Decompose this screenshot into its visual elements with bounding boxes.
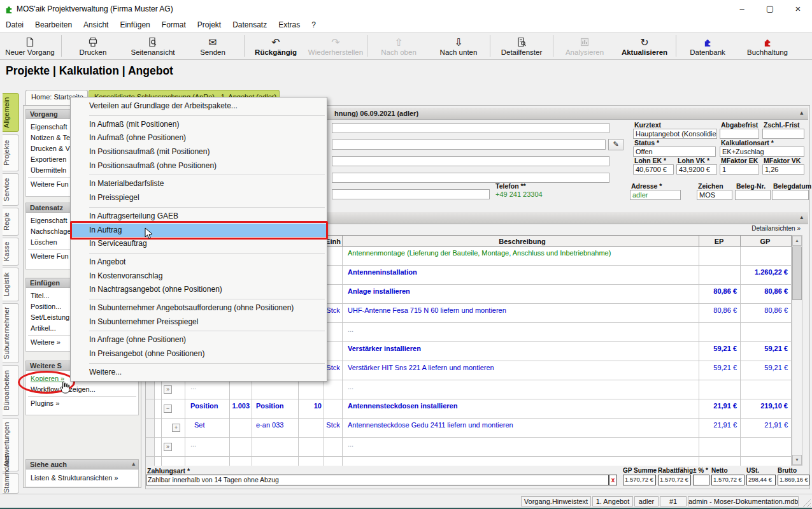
menu-item-positionsaufmass-ohne[interactable]: In Positionsaufmaß (ohne Positionen) bbox=[71, 159, 327, 173]
close-button[interactable]: × bbox=[784, 0, 812, 18]
menu-item-verteilen[interactable]: Verteilen auf Grundlage der Arbeitspaket… bbox=[71, 99, 327, 113]
clear-zahlungsart-button[interactable]: x bbox=[609, 475, 617, 485]
menu-einfuegen[interactable]: Einfügen bbox=[114, 20, 155, 29]
table-row[interactable]: − Position1.003 Position10 Antennensteck… bbox=[146, 399, 792, 419]
menu-bearbeiten[interactable]: Bearbeiten bbox=[29, 20, 78, 29]
col-header-beschreibung[interactable]: Beschreibung bbox=[343, 235, 699, 247]
tree-jump-icon[interactable]: » bbox=[164, 385, 172, 394]
menu-item-kostenvoranschlag[interactable]: In Kostenvoranschlag bbox=[71, 269, 327, 283]
refresh-button[interactable]: ↻ Aktualisieren bbox=[615, 33, 674, 59]
lohn-vk-field[interactable]: 43,9200 € bbox=[676, 164, 717, 175]
menu-item-anfrage[interactable]: In Anfrage (ohne Positionen) bbox=[71, 333, 327, 347]
tree-jump-icon[interactable]: » bbox=[164, 443, 172, 451]
menu-item-nachtragsangebot[interactable]: In Nachtragsangebot (ohne Positionen) bbox=[71, 283, 327, 297]
menu-ansicht[interactable]: Ansicht bbox=[78, 20, 114, 29]
abgabefrist-field[interactable] bbox=[720, 129, 759, 139]
table-row[interactable]: + Set e-an 033 Stck Antennensteckdose Ge… bbox=[146, 419, 792, 438]
input-row-4[interactable] bbox=[332, 173, 609, 183]
new-vorgang-button[interactable]: Neuer Vorgang bbox=[0, 33, 60, 59]
section-header-siehe-auch[interactable]: ▴ Siehe auch bbox=[25, 459, 139, 470]
database-button[interactable]: Datenbank bbox=[678, 33, 737, 59]
menu-item-sub-angebotsaufforderung[interactable]: In Subunternehmer Angebotsaufforderung (… bbox=[71, 301, 327, 315]
menu-datei[interactable]: Datei bbox=[0, 20, 29, 29]
input-row-5[interactable] bbox=[332, 189, 490, 199]
menu-datensatz[interactable]: Datensatz bbox=[227, 20, 273, 29]
menu-extras[interactable]: Extras bbox=[273, 20, 306, 29]
resize-grip[interactable] bbox=[802, 498, 811, 507]
page-preview-icon bbox=[148, 36, 158, 48]
menu-item-aufmass-mit[interactable]: In Aufmaß (mit Positionen) bbox=[71, 118, 327, 132]
belegdatum-field[interactable] bbox=[772, 190, 809, 200]
collapse-icon[interactable]: ▴ bbox=[132, 461, 135, 467]
kalkulationsart-field[interactable]: EK+Zuschlag bbox=[720, 147, 804, 157]
input-row-3[interactable] bbox=[332, 156, 609, 166]
menu-format[interactable]: Format bbox=[156, 20, 192, 29]
send-button[interactable]: ✉ Senden bbox=[183, 33, 243, 59]
input-row-2[interactable] bbox=[332, 140, 606, 150]
maximize-button[interactable]: ▢ bbox=[756, 0, 784, 18]
print-button[interactable]: Drucken bbox=[63, 33, 123, 59]
menu-item-in-auftrag[interactable]: In Auftrag bbox=[71, 224, 327, 238]
detailansichten-link[interactable]: Detailansichten » bbox=[751, 225, 801, 232]
accounting-button[interactable]: Buchhaltung bbox=[737, 33, 797, 59]
tree-collapse-icon[interactable]: − bbox=[164, 405, 172, 413]
undo-button[interactable]: ↶ Rückgängig bbox=[246, 33, 306, 59]
menu-projekt[interactable]: Projekt bbox=[192, 20, 227, 29]
vtab-allgemein[interactable]: Allgemein bbox=[3, 93, 19, 132]
tree-expand-icon[interactable]: + bbox=[172, 424, 180, 432]
col-header-ep[interactable]: EP bbox=[699, 235, 741, 247]
menu-item-weitere[interactable]: Weitere... bbox=[71, 366, 327, 380]
vtab-bueroarbeiten[interactable]: Büroarbeiten bbox=[3, 365, 19, 416]
vtab-subunternehmer[interactable]: Subunternehmer bbox=[3, 303, 19, 363]
menu-item-auftragserteilung-gaeb[interactable]: In Auftragserteilung GAEB bbox=[71, 210, 327, 224]
menu-item-angebot[interactable]: In Angebot bbox=[71, 255, 327, 269]
collapse-arrow-icon[interactable]: ▴ bbox=[800, 214, 803, 220]
vtab-stammdaten[interactable]: Stammdaten bbox=[3, 473, 19, 494]
menu-item-preisspiegel[interactable]: In Preisspiegel bbox=[71, 191, 327, 205]
menu-item-aufmass-ohne[interactable]: In Aufmaß (ohne Positionen) bbox=[71, 131, 327, 145]
detail-window-button[interactable]: Detailfenster bbox=[492, 33, 552, 59]
move-up-button[interactable]: ⇧ Nach oben bbox=[369, 33, 429, 59]
menu-hilfe[interactable]: ? bbox=[306, 20, 322, 29]
sidebar-item-listen-strukturansichten[interactable]: Listen & Strukturansichten » bbox=[26, 473, 138, 484]
input-row-1[interactable] bbox=[332, 123, 609, 133]
status-field[interactable]: Offen bbox=[633, 147, 716, 157]
plusminus-prozent-field[interactable] bbox=[693, 475, 709, 485]
redo-button[interactable]: ↷ Wiederherstellen bbox=[306, 33, 366, 59]
menu-item-positionsaufmass-mit[interactable]: In Positionsaufmaß (mit Positionen) bbox=[71, 145, 327, 159]
vtab-service[interactable]: Service bbox=[3, 173, 19, 206]
mfaktor-ek-field[interactable]: 1 bbox=[720, 164, 759, 175]
table-row[interactable]: » ... ... bbox=[146, 438, 792, 457]
title-bar: MOS'aik Projektverwaltung (Firma Muster … bbox=[0, 0, 812, 18]
move-down-button[interactable]: ⇩ Nach unten bbox=[429, 33, 488, 59]
scroll-up-icon[interactable]: ▲ bbox=[792, 236, 802, 246]
table-row[interactable]: » ... ... bbox=[146, 380, 792, 399]
menu-item-sub-preisspiegel[interactable]: In Subunternehmer Preisspiegel bbox=[71, 315, 327, 329]
scroll-down-icon[interactable]: ▼ bbox=[792, 455, 802, 465]
beleg-nr-field[interactable] bbox=[735, 190, 771, 200]
vtab-regie[interactable]: Regie bbox=[3, 208, 19, 236]
menu-item-materialbedarfsliste[interactable]: In Materialbedarfsliste bbox=[71, 177, 327, 191]
zahlungsart-field[interactable]: Zahlbar innerhalb von 14 Tagen ohne Abzu… bbox=[146, 475, 609, 485]
adresse-field[interactable]: adler bbox=[630, 190, 681, 200]
zeichen-field[interactable]: MOS bbox=[697, 190, 732, 200]
table-scrollbar[interactable]: ▲ ▼ bbox=[792, 235, 802, 466]
col-header-gp[interactable]: GP bbox=[741, 235, 792, 247]
page-preview-button[interactable]: Seitenansicht bbox=[123, 33, 183, 59]
kurztext-field[interactable]: Hauptangebot (Konsolidier bbox=[633, 129, 717, 139]
sidebar-item-plugins[interactable]: Plugins » bbox=[26, 398, 138, 409]
menu-item-serviceauftrag[interactable]: In Serviceauftrag bbox=[71, 237, 327, 251]
menu-item-preisangebot[interactable]: In Preisangebot (ohne Positionen) bbox=[71, 347, 327, 361]
scrollbar-thumb[interactable] bbox=[792, 247, 802, 300]
status-adresse: adler bbox=[634, 496, 659, 506]
minimize-button[interactable]: – bbox=[728, 0, 756, 18]
vtab-logistik[interactable]: Logistik bbox=[3, 268, 19, 301]
analyze-button[interactable]: Analysieren bbox=[555, 33, 615, 59]
zschl-frist-field[interactable] bbox=[762, 129, 804, 139]
vtab-kasse[interactable]: Kasse bbox=[3, 238, 19, 266]
mfaktor-vk-field[interactable]: 1,26 bbox=[762, 164, 804, 175]
sign-button[interactable]: ✎ bbox=[608, 139, 623, 150]
vtab-projekte[interactable]: Projekte bbox=[3, 134, 19, 171]
lohn-ek-field[interactable]: 40,6700 € bbox=[633, 164, 674, 175]
collapse-arrow-icon[interactable]: ▴ bbox=[800, 110, 803, 116]
